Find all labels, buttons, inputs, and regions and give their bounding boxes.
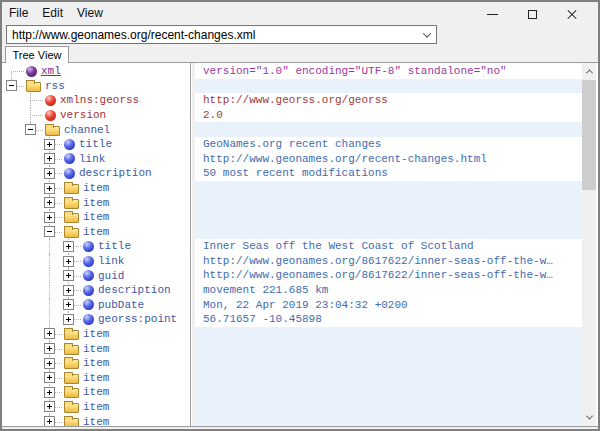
expander-plus-icon[interactable] (44, 416, 55, 426)
tree-node-label[interactable]: title (98, 240, 131, 252)
tree-node-description[interactable]: description (2, 166, 190, 181)
tree-guide (2, 93, 21, 108)
tree-node-item[interactable]: item (2, 385, 190, 400)
expander-plus-icon[interactable] (63, 241, 74, 252)
scrollbar-thumb[interactable] (582, 80, 596, 190)
tree-node-label[interactable]: item (83, 211, 109, 223)
tree-node-item[interactable]: item (2, 341, 190, 356)
url-dropdown-button[interactable] (418, 26, 436, 43)
menu-file[interactable]: File (9, 4, 36, 22)
folder-icon (45, 126, 60, 136)
tree-node-item[interactable]: item (2, 370, 190, 385)
expander-plus-icon[interactable] (44, 139, 55, 150)
tree-expander-cell (21, 93, 40, 108)
tree-node-label[interactable]: title (79, 138, 112, 150)
tree-node-pubDate[interactable]: pubDate (2, 298, 190, 313)
tree-node-label[interactable]: item (83, 328, 109, 340)
expander-plus-icon[interactable] (63, 270, 74, 281)
tree-node-label[interactable]: item (83, 357, 109, 369)
expander-plus-icon[interactable] (44, 358, 55, 369)
expander-plus-icon[interactable] (44, 372, 55, 383)
tree-node-channel[interactable]: channel (2, 122, 190, 137)
tree-node-label[interactable]: channel (64, 124, 110, 136)
tree-node-label[interactable]: version (60, 109, 106, 121)
tree-node-item[interactable]: item (2, 356, 190, 371)
tree-guide (2, 370, 21, 385)
close-button[interactable] (552, 5, 592, 23)
expander-plus-icon[interactable] (63, 299, 74, 310)
tree-node-link[interactable]: link (2, 152, 190, 167)
tree-node-label[interactable]: link (79, 153, 105, 165)
tree-node-label[interactable]: link (98, 255, 124, 267)
expander-plus-icon[interactable] (63, 285, 74, 296)
tree-expander-cell (59, 283, 78, 298)
tree-node-georss:point[interactable]: georss:point (2, 312, 190, 327)
tree-node-label[interactable]: xml (41, 65, 61, 77)
tree-node-label[interactable]: description (98, 284, 171, 296)
value-row: 2.0 (195, 108, 586, 123)
tree-node-item[interactable]: item (2, 327, 190, 342)
expander-plus-icon[interactable] (63, 314, 74, 325)
folder-icon (64, 345, 79, 355)
value-row: http://www.georss.org/georss (195, 93, 586, 108)
value-row: http://www.geonames.org/8617622/inner-se… (195, 268, 586, 283)
tree-node-label[interactable]: item (83, 401, 109, 413)
expander-minus-icon[interactable] (44, 226, 55, 237)
expander-plus-icon[interactable] (44, 168, 55, 179)
tree-node-rss[interactable]: rss (2, 79, 190, 94)
expander-minus-icon[interactable] (25, 124, 36, 135)
expander-plus-icon[interactable] (44, 328, 55, 339)
tree-guide (21, 312, 40, 327)
tree-node-label[interactable]: item (83, 416, 109, 426)
tree-node-item[interactable]: item (2, 225, 190, 240)
menu-view[interactable]: View (77, 4, 111, 22)
minimize-button[interactable] (472, 5, 512, 23)
tree-node-label[interactable]: item (83, 182, 109, 194)
folder-icon (64, 228, 79, 238)
tree-expander-cell (40, 327, 59, 342)
scrollbar-down-button[interactable] (582, 409, 596, 426)
tree-node-label[interactable]: guid (98, 270, 124, 282)
menu-edit[interactable]: Edit (42, 4, 71, 22)
tree-node-link[interactable]: link (2, 254, 190, 269)
tree-node-label[interactable]: item (83, 372, 109, 384)
expander-plus-icon[interactable] (63, 256, 74, 267)
tab-tree-view[interactable]: Tree View (5, 46, 69, 63)
tree-node-title[interactable]: title (2, 239, 190, 254)
url-input[interactable] (7, 27, 418, 42)
tree-node-description[interactable]: description (2, 283, 190, 298)
value-row-empty (195, 225, 586, 240)
tree-node-xml[interactable]: xml (2, 64, 190, 79)
tree-node-item[interactable]: item (2, 210, 190, 225)
value-row: version="1.0" encoding="UTF-8" standalon… (195, 64, 586, 79)
tree-node-item[interactable]: item (2, 414, 190, 426)
tree-node-label[interactable]: item (83, 343, 109, 355)
tree-node-item[interactable]: item (2, 181, 190, 196)
expander-plus-icon[interactable] (44, 212, 55, 223)
tree-expander-cell (59, 268, 78, 283)
expander-plus-icon[interactable] (44, 401, 55, 412)
tree-node-guid[interactable]: guid (2, 268, 190, 283)
tree-node-label[interactable]: description (79, 167, 152, 179)
expander-plus-icon[interactable] (44, 197, 55, 208)
maximize-button[interactable] (512, 5, 552, 23)
tree-node-item[interactable]: item (2, 195, 190, 210)
expander-plus-icon[interactable] (44, 387, 55, 398)
tree-node-label[interactable]: pubDate (98, 299, 144, 311)
tree-node-label[interactable]: item (83, 197, 109, 209)
tree-guide (2, 137, 21, 152)
expander-plus-icon[interactable] (44, 183, 55, 194)
tree-node-label[interactable]: xmlns:georss (60, 94, 139, 106)
tree-node-label[interactable]: rss (45, 80, 65, 92)
expander-plus-icon[interactable] (44, 153, 55, 164)
scrollbar-up-button[interactable] (582, 63, 596, 80)
tree-node-xmlns:georss[interactable]: xmlns:georss (2, 93, 190, 108)
tree-node-title[interactable]: title (2, 137, 190, 152)
tree-node-label[interactable]: item (83, 386, 109, 398)
tree-node-version[interactable]: version (2, 108, 190, 123)
expander-minus-icon[interactable] (6, 80, 17, 91)
expander-plus-icon[interactable] (44, 343, 55, 354)
tree-node-label[interactable]: georss:point (98, 313, 177, 325)
tree-node-item[interactable]: item (2, 400, 190, 415)
tree-node-label[interactable]: item (83, 226, 109, 238)
